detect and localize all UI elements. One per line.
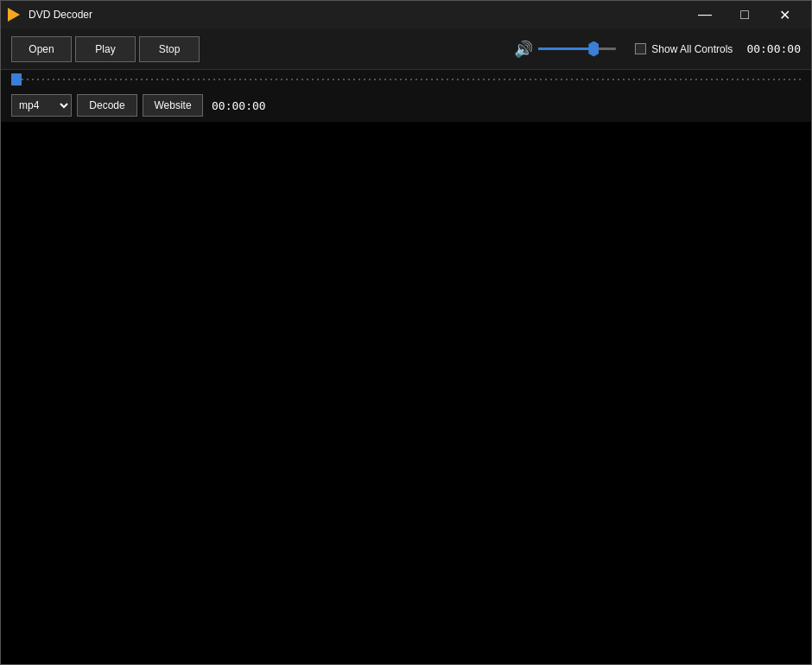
close-button[interactable]: ✕	[764, 1, 804, 28]
main-window: DVD Decoder — □ ✕ Open Play Stop 🔊 Show …	[0, 0, 812, 665]
volume-icon[interactable]: 🔊	[514, 40, 533, 59]
seek-bar-container[interactable]	[1, 70, 811, 89]
volume-track	[538, 48, 616, 50]
main-time-display: 00:00:00	[746, 42, 801, 55]
window-title: DVD Decoder	[29, 9, 685, 21]
video-display-area	[1, 122, 811, 664]
secondary-time-display: 00:00:00	[212, 99, 266, 112]
open-button[interactable]: Open	[11, 36, 72, 62]
show-all-controls-label: Show All Controls	[651, 43, 733, 55]
play-button[interactable]: Play	[75, 36, 136, 62]
website-button[interactable]: Website	[143, 94, 203, 117]
title-bar: DVD Decoder — □ ✕	[1, 1, 811, 28]
toolbar: Open Play Stop 🔊 Show All Controls 00:00…	[1, 28, 811, 70]
seek-line	[22, 79, 801, 80]
volume-slider[interactable]	[538, 41, 616, 58]
seek-track[interactable]	[22, 79, 801, 81]
volume-fill	[538, 48, 593, 50]
window-controls: — □ ✕	[685, 1, 804, 28]
secondary-controls: mp4 avi mkv mov Decode Website 00:00:00	[1, 89, 811, 122]
show-all-controls-checkbox[interactable]	[635, 43, 646, 54]
seek-thumb[interactable]	[11, 73, 22, 86]
volume-section: 🔊 Show All Controls 00:00:00	[514, 40, 801, 59]
decode-button[interactable]: Decode	[77, 94, 137, 117]
stop-button[interactable]: Stop	[139, 36, 200, 62]
show-all-controls-section: Show All Controls	[635, 43, 733, 55]
format-select[interactable]: mp4 avi mkv mov	[11, 94, 72, 117]
volume-thumb[interactable]	[588, 41, 599, 57]
maximize-button[interactable]: □	[725, 1, 764, 28]
minimize-button[interactable]: —	[685, 1, 725, 28]
app-icon	[8, 8, 22, 22]
